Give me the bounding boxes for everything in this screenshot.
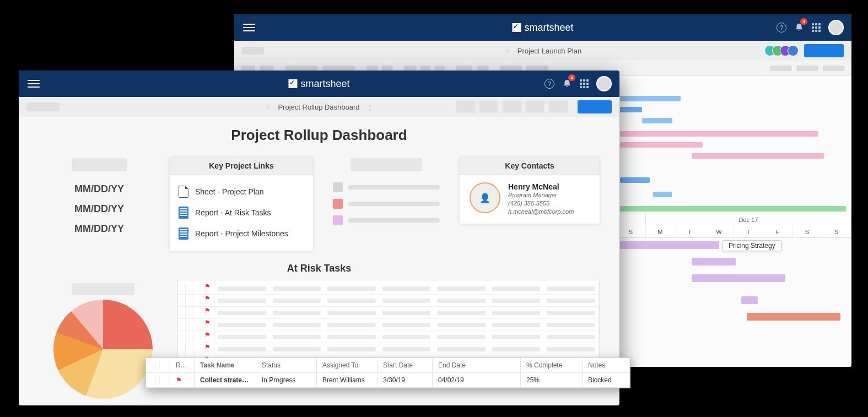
notification-badge: 4 [800,18,807,25]
panel-heading: Key Contacts [460,157,600,175]
panel-status [323,157,450,229]
gantt-bar[interactable] [692,258,736,266]
favorite-star-icon[interactable]: ☆ [265,103,271,111]
brand-text: smartsheet [300,78,349,90]
gantt-bar[interactable] [642,118,672,123]
col-end: End Date [433,358,521,373]
panel-key-contacts: Key Contacts 👤 Henry McNeal Program Mana… [460,157,600,224]
contact-phone: (425) 355-5555 [508,199,574,208]
more-icon[interactable]: ⋮ [366,103,374,111]
table-row[interactable]: ⚑ Collect strate… In Progress Brent Will… [146,373,630,388]
gantt-bar[interactable] [747,313,840,321]
col-pct: % Complete [521,358,583,373]
gantt-bar[interactable] [620,131,818,137]
cell-end: 04/02/19 [433,373,521,388]
toolbar-button[interactable] [456,101,475,113]
link-label: Report - Project Milestones [195,229,288,238]
share-button[interactable] [804,44,844,57]
gantt-bar[interactable] [692,274,785,282]
tab-title: Project Launch Plan [517,47,581,55]
cell-pct: 25% [521,373,583,388]
user-avatar[interactable] [828,20,844,35]
pie-chart [53,300,153,399]
tab-title: Project Rollup Dashboard [278,103,359,111]
col-assigned: Assigned To [317,358,378,373]
help-icon[interactable]: ? [777,23,786,33]
cell-task: Collect strate… [195,373,256,388]
smartsheet-logo-icon [288,79,297,88]
link-report-at-risk-tasks[interactable]: Report - At Risk Tasks [177,202,305,223]
status-swatch [333,199,343,209]
smartsheet-logo-icon [512,23,521,32]
panel-heading: Key Project Links [170,157,313,175]
col-notes: Notes [583,358,630,373]
link-report-project-milestones[interactable]: Report - Project Milestones [177,223,305,244]
user-avatar[interactable] [596,76,612,91]
gantt-bar[interactable] [620,142,703,148]
toolbar-button[interactable] [503,101,521,113]
app-launcher-icon[interactable] [580,79,589,88]
date-1: MM/DD/YY [39,179,160,199]
link-label: Sheet - Project Plan [195,187,264,196]
section-at-risk-tasks: At Risk Tasks [39,263,600,274]
brand: smartsheet [288,78,349,90]
contact-name: Henry McNeal [508,182,574,191]
gantt-bar[interactable] [741,296,758,304]
share-button[interactable] [578,100,612,113]
panel-dates: MM/DD/YY MM/DD/YY MM/DD/YY [39,157,160,239]
cell-assigned: Brent Williams [317,373,378,388]
status-swatch [333,182,343,192]
brand-text: smartsheet [524,22,573,34]
contact-card[interactable]: 👤 Henry McNeal Program Manager (425) 355… [460,175,600,224]
cell-notes: Blocked [583,373,630,388]
brand: smartsheet [512,22,573,34]
share-avatars[interactable] [768,45,799,56]
page-title: Project Rollup Dashboard [39,127,600,144]
cell-status: In Progress [256,373,317,388]
contact-photo: 👤 [470,182,500,213]
sheet-icon [179,186,188,198]
link-sheet-project-plan[interactable]: Sheet - Project Plan [177,181,305,202]
gantt-bar[interactable] [620,177,650,183]
cell-start: 3/30/19 [378,373,433,388]
app-launcher-icon[interactable] [812,23,821,32]
link-label: Report - At Risk Tasks [195,208,271,217]
app-topbar: smartsheet ? 4 [19,71,619,97]
menu-icon[interactable] [28,80,40,88]
date-3: MM/DD/YY [39,219,160,239]
gantt-bar[interactable] [653,192,672,197]
toolbar-button[interactable] [549,101,568,113]
col-task: Task Name [195,358,256,373]
toolbar-button[interactable] [479,101,498,113]
toolbar-button[interactable] [526,101,544,113]
col-start: Start Date [378,358,433,373]
task-detail-popout: Risk Task Name Status Assigned To Start … [145,358,630,388]
table-header-row: Risk Task Name Status Assigned To Start … [146,358,630,373]
notification-badge: 4 [568,74,575,81]
notifications-icon[interactable]: 4 [562,78,572,90]
gantt-bar[interactable] [692,153,824,159]
gantt-bar[interactable] [620,107,642,112]
week-label: Dec 17 [646,214,851,225]
help-icon[interactable]: ? [544,79,554,89]
report-icon [179,207,188,219]
notifications-icon[interactable]: 4 [794,21,804,34]
menu-icon[interactable] [243,24,255,31]
panel-key-project-links: Key Project Links Sheet - Project Plan R… [170,157,313,251]
gantt-bar[interactable] [620,206,846,212]
tabbar-back: ☆ Project Launch Plan [234,41,851,61]
contact-email: h.mcneal@mbfcorp.com [508,208,574,216]
flag-icon: ⚑ [170,373,195,388]
window-project-rollup-dashboard: smartsheet ? 4 ☆ Project Rollup Dashboar… [19,71,619,405]
app-topbar: smartsheet ? 4 [234,14,851,41]
gantt-bar[interactable] [620,96,681,101]
favorite-star-icon[interactable]: ☆ [504,47,511,55]
col-status: Status [256,358,317,373]
col-risk: Risk [170,358,195,373]
tabbar-front: ☆ Project Rollup Dashboard ⋮ [19,97,619,117]
gantt-bar[interactable] [620,241,719,249]
contact-title: Program Manager [508,191,574,199]
flag-icon: ⚑ [201,283,214,294]
date-2: MM/DD/YY [39,199,160,219]
report-icon [179,228,188,240]
